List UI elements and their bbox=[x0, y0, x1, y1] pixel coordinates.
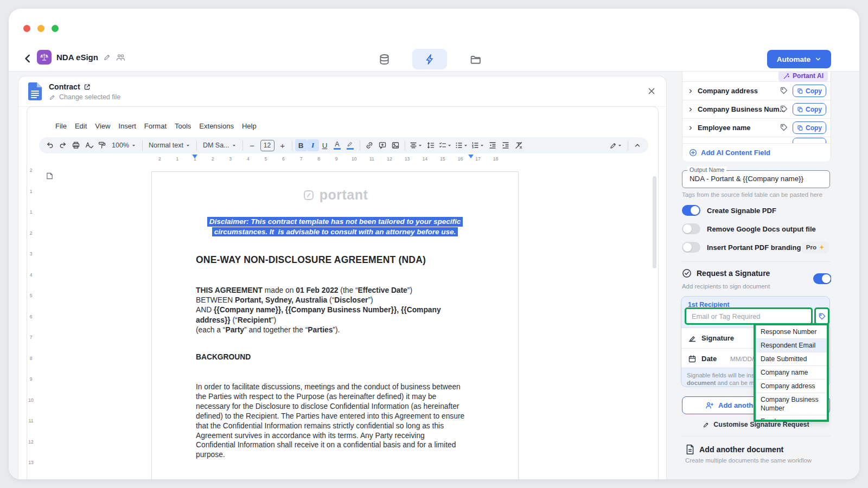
copy-tag-button[interactable]: Copy bbox=[793, 103, 826, 115]
insert-branding-toggle[interactable] bbox=[682, 242, 700, 253]
output-files-tab[interactable] bbox=[458, 49, 493, 69]
menu-edit[interactable]: Edit bbox=[75, 122, 87, 130]
align-button[interactable] bbox=[408, 139, 424, 152]
insert-link-button[interactable] bbox=[363, 139, 376, 152]
copy-tag-button[interactable]: Copy bbox=[793, 121, 826, 134]
bold-button[interactable]: B bbox=[295, 139, 307, 151]
change-selected-file-button[interactable]: Change selected file bbox=[49, 93, 120, 101]
expand-chevron-icon[interactable] bbox=[688, 107, 693, 112]
database-icon bbox=[379, 54, 390, 65]
font-size-input[interactable]: 12 bbox=[260, 140, 275, 151]
collapse-toolbar-button[interactable] bbox=[631, 139, 644, 152]
paragraph-style-select[interactable]: Normal text bbox=[145, 142, 194, 149]
dropdown-option-company-address[interactable]: Company address bbox=[756, 380, 827, 393]
expand-chevron-icon[interactable] bbox=[688, 125, 693, 131]
dropdown-option-company-business-number[interactable]: Company Business Number bbox=[756, 393, 827, 415]
create-signable-pdf-toggle[interactable] bbox=[682, 205, 700, 216]
minimize-window-button[interactable] bbox=[37, 25, 44, 32]
add-another-document-button[interactable]: Add another document bbox=[699, 445, 783, 454]
automation-tab[interactable] bbox=[412, 49, 447, 69]
print-button[interactable] bbox=[69, 139, 82, 152]
output-name-field[interactable]: Output Name bbox=[682, 170, 830, 188]
output-name-input[interactable] bbox=[688, 174, 826, 183]
source-data-tab[interactable] bbox=[367, 49, 401, 69]
google-doc-icon bbox=[28, 82, 42, 100]
request-signature-toggle[interactable] bbox=[813, 273, 831, 284]
portant-ai-button[interactable]: Portant AI bbox=[778, 72, 828, 82]
line-spacing-button[interactable] bbox=[424, 139, 437, 152]
background-paragraph: In order to facilitate discussions, meet… bbox=[196, 382, 483, 460]
bulleted-list-button[interactable] bbox=[454, 139, 470, 152]
open-external-icon[interactable] bbox=[84, 84, 91, 91]
menu-format[interactable]: Format bbox=[144, 122, 167, 130]
increase-indent-button[interactable] bbox=[499, 139, 512, 152]
menu-file[interactable]: File bbox=[55, 122, 67, 130]
redo-button[interactable] bbox=[56, 139, 69, 152]
highlight-color-button[interactable] bbox=[344, 142, 357, 150]
copy-tag-button[interactable]: Copy bbox=[793, 85, 826, 97]
menu-tools[interactable]: Tools bbox=[175, 122, 191, 130]
request-signature-subtitle: Add recipients to sign document bbox=[682, 283, 770, 290]
clear-formatting-button[interactable] bbox=[512, 139, 525, 152]
folder-icon bbox=[470, 54, 481, 65]
insert-image-button[interactable] bbox=[389, 139, 402, 152]
menu-extensions[interactable]: Extensions bbox=[199, 122, 234, 130]
share-members-button[interactable] bbox=[116, 53, 125, 61]
menu-insert[interactable]: Insert bbox=[118, 122, 136, 130]
editing-mode-button[interactable] bbox=[607, 139, 625, 152]
checklist-button[interactable] bbox=[437, 139, 454, 152]
text-color-label: A bbox=[335, 142, 339, 147]
font-family-value: DM Sa... bbox=[203, 142, 229, 149]
recipient-email-input[interactable] bbox=[691, 312, 809, 321]
left-indent-marker[interactable] bbox=[192, 155, 197, 161]
menu-view[interactable]: View bbox=[95, 122, 110, 130]
chevron-left-icon bbox=[22, 53, 34, 65]
numbered-list-button[interactable] bbox=[470, 139, 486, 152]
close-panel-button[interactable] bbox=[647, 86, 658, 97]
add-ai-content-field-button[interactable]: Add AI Content Field bbox=[689, 149, 770, 157]
background-heading: BACKGROUND bbox=[196, 353, 251, 361]
close-window-button[interactable] bbox=[23, 25, 30, 32]
dropdown-option-company-name[interactable]: Company name bbox=[756, 366, 827, 380]
vertical-ruler[interactable]: 211234567891011121314 bbox=[27, 168, 35, 479]
decrease-indent-button[interactable] bbox=[486, 139, 499, 152]
dropdown-option-respondent-email[interactable]: Respondent Email bbox=[756, 339, 827, 352]
remove-gdocs-output-toggle[interactable] bbox=[682, 223, 700, 234]
pencil-icon bbox=[703, 421, 710, 428]
rename-workflow-button[interactable] bbox=[103, 53, 111, 61]
expand-chevron-icon[interactable] bbox=[688, 88, 693, 94]
docs-scrollbar[interactable] bbox=[653, 176, 656, 268]
maximize-window-button[interactable] bbox=[52, 25, 59, 32]
text-color-button[interactable]: A bbox=[331, 142, 344, 150]
paint-format-button[interactable] bbox=[95, 139, 108, 152]
menu-help[interactable]: Help bbox=[242, 122, 257, 130]
automate-button[interactable]: Automate bbox=[767, 50, 831, 68]
font-family-select[interactable]: DM Sa... bbox=[200, 142, 240, 149]
zoom-select[interactable]: 100% bbox=[108, 142, 139, 149]
copy-icon bbox=[797, 88, 803, 94]
back-button[interactable] bbox=[22, 53, 34, 65]
dropdown-option-response-number[interactable]: Response Number bbox=[756, 325, 827, 339]
underline-button[interactable]: U bbox=[319, 139, 331, 151]
dropdown-option-date-submitted[interactable]: Date Submitted bbox=[756, 352, 827, 366]
italic-button[interactable]: I bbox=[307, 139, 319, 151]
horizontal-ruler[interactable]: 21123456789101112131415161718 bbox=[151, 155, 505, 163]
insert-tag-button[interactable] bbox=[814, 307, 829, 325]
tag-icon[interactable] bbox=[780, 105, 788, 113]
increase-font-size-button[interactable]: + bbox=[276, 139, 289, 152]
decrease-font-size-button[interactable]: − bbox=[246, 139, 259, 152]
font-size-value: 12 bbox=[264, 142, 271, 149]
customise-signature-request-link[interactable]: Customise Signature Request bbox=[681, 421, 831, 428]
field-row-company-business-number[interactable]: Company Business Num... Copy bbox=[682, 100, 831, 119]
field-row-employee-name[interactable]: Employee name Copy bbox=[682, 119, 831, 137]
add-comment-button[interactable] bbox=[376, 139, 389, 152]
tag-icon[interactable] bbox=[780, 123, 788, 132]
spellcheck-button[interactable] bbox=[82, 139, 95, 152]
right-indent-marker[interactable] bbox=[468, 155, 474, 161]
tag-icon[interactable] bbox=[780, 86, 788, 95]
pages-layout-icon[interactable] bbox=[46, 172, 54, 180]
undo-button[interactable] bbox=[43, 139, 56, 152]
dropdown-option-partial[interactable]: Employee name bbox=[756, 415, 827, 422]
field-row-company-address[interactable]: Company address Copy bbox=[682, 82, 831, 100]
document-page[interactable]: portant Disclaimer: This contract templa… bbox=[151, 171, 519, 479]
